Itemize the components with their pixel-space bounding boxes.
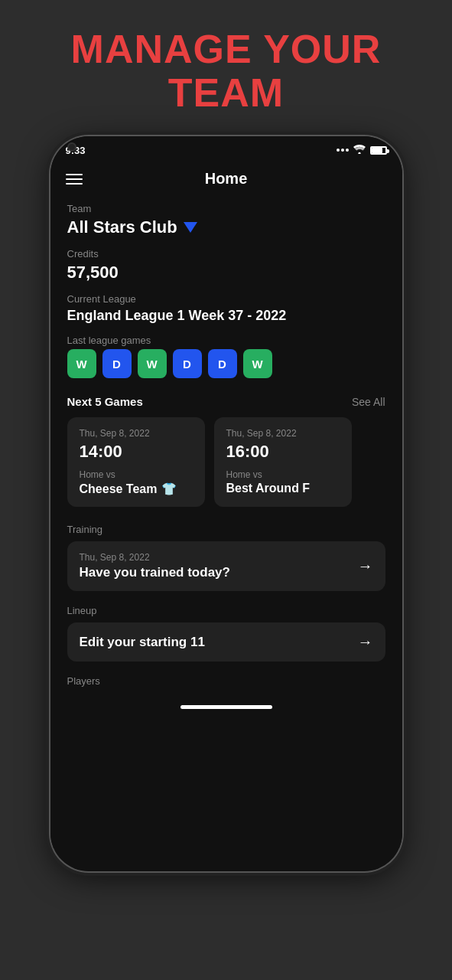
status-icons <box>337 144 387 156</box>
lineup-arrow-icon: → <box>358 633 373 651</box>
game-vs-2: Home vs <box>226 469 340 480</box>
training-date: Thu, Sep 8, 2022 <box>80 552 230 563</box>
league-name: England League 1 Week 37 - 2022 <box>67 308 385 324</box>
result-badge-3: W <box>138 349 167 378</box>
lineup-label: Lineup <box>67 605 385 616</box>
training-label: Training <box>67 524 385 535</box>
game-vs-1: Home vs <box>80 469 193 480</box>
content-area: Team All Stars Club Credits 57,500 Curre… <box>50 195 402 694</box>
lineup-card[interactable]: Edit your starting 11 → <box>67 622 385 662</box>
lineup-action: Edit your starting 11 <box>80 635 205 650</box>
result-badge-1: W <box>67 349 96 378</box>
game-team-1: Cheese Team 👕 <box>80 482 193 496</box>
result-badge-4: D <box>173 349 202 378</box>
team-label: Team <box>67 203 385 214</box>
page-title: MANAGE YOUR TEAM <box>71 28 382 115</box>
results-row: W D W D D W <box>67 349 385 378</box>
shirt-icon-1: 👕 <box>161 482 177 496</box>
training-arrow-icon: → <box>358 557 373 575</box>
status-bar: 9:33 <box>50 136 402 159</box>
game-date-1: Thu, Sep 8, 2022 <box>80 428 193 439</box>
game-card-1[interactable]: Thu, Sep 8, 2022 14:00 Home vs Cheese Te… <box>67 417 205 507</box>
next-games-title: Next 5 Games <box>67 395 143 408</box>
wifi-icon <box>353 144 366 156</box>
game-date-2: Thu, Sep 8, 2022 <box>226 428 340 439</box>
lineup-section: Lineup Edit your starting 11 → <box>67 605 385 662</box>
team-flag-icon <box>184 222 197 233</box>
game-team-2: Best Around F <box>226 482 340 495</box>
result-badge-6: W <box>243 349 272 378</box>
battery-icon <box>370 146 387 155</box>
training-section: Training Thu, Sep 8, 2022 Have you train… <box>67 524 385 591</box>
signal-dots-icon <box>337 149 349 152</box>
result-badge-5: D <box>208 349 237 378</box>
nav-title: Home <box>205 170 248 188</box>
credits-label: Credits <box>67 248 385 260</box>
last-games-label: Last league games <box>67 335 385 346</box>
home-indicator <box>180 705 272 709</box>
team-name: All Stars Club <box>67 217 177 237</box>
hamburger-button[interactable] <box>66 174 83 185</box>
league-label: Current League <box>67 293 385 305</box>
games-scroll: Thu, Sep 8, 2022 14:00 Home vs Cheese Te… <box>67 417 385 507</box>
game-card-2[interactable]: Thu, Sep 8, 2022 16:00 Home vs Best Arou… <box>214 417 352 507</box>
training-question: Have you trained today? <box>80 565 230 580</box>
next-games-header: Next 5 Games See All <box>67 395 385 408</box>
result-badge-2: D <box>102 349 132 378</box>
svg-point-0 <box>358 152 360 154</box>
game-time-2: 16:00 <box>226 442 340 462</box>
game-time-1: 14:00 <box>80 442 193 462</box>
nav-bar: Home <box>50 159 402 195</box>
players-label: Players <box>67 675 385 687</box>
team-name-row: All Stars Club <box>67 217 385 237</box>
credits-value: 57,500 <box>67 263 385 283</box>
camera-dot <box>67 142 76 152</box>
see-all-link[interactable]: See All <box>352 396 385 408</box>
phone-shell: 9:33 Home <box>50 136 402 871</box>
training-card[interactable]: Thu, Sep 8, 2022 Have you trained today?… <box>67 541 385 591</box>
phone-screen: Home Team All Stars Club Credits 57,500 … <box>50 159 402 848</box>
training-card-text: Thu, Sep 8, 2022 Have you trained today? <box>80 552 230 580</box>
lineup-card-text: Edit your starting 11 <box>80 635 205 650</box>
